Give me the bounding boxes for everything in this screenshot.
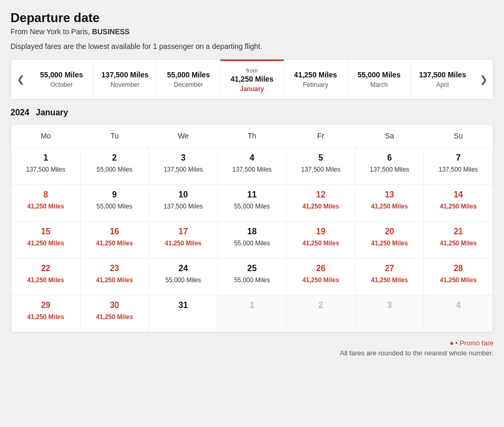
calendar-cell[interactable]: 2941,250 Miles (12, 295, 80, 332)
month-item-january[interactable]: from41,250 MilesJanuary (220, 59, 284, 99)
month-miles: 55,000 Miles (358, 71, 401, 79)
day-number: 17 (153, 227, 213, 236)
day-number: 3 (153, 153, 213, 163)
calendar-cell[interactable]: 1541,250 Miles (12, 222, 80, 259)
subtitle-class: BUSINESS (92, 27, 130, 36)
day-miles: 55,000 Miles (85, 203, 145, 210)
day-number: 22 (16, 264, 76, 273)
month-miles: 55,000 Miles (167, 71, 210, 79)
weekday-header: Tu (80, 124, 149, 148)
day-miles: 137,500 Miles (153, 203, 213, 210)
day-miles: 41,250 Miles (428, 203, 488, 210)
calendar-cell[interactable]: 2741,250 Miles (355, 259, 424, 295)
page-title: Departure date (11, 11, 493, 25)
calendar-cell: 3 (355, 295, 424, 332)
day-miles: 137,500 Miles (16, 166, 76, 173)
calendar-cell[interactable]: 2555,000 Miles (218, 259, 287, 295)
month-miles: 137,500 Miles (102, 71, 149, 79)
calendar-cell[interactable]: 10137,500 Miles (149, 185, 218, 222)
day-number: 13 (360, 190, 420, 200)
day-miles: 137,500 Miles (153, 166, 213, 173)
day-number: 21 (428, 227, 488, 236)
month-miles: 41,250 Miles (230, 75, 274, 83)
month-item-november[interactable]: 137,500 MilesNovember (94, 59, 157, 99)
day-miles: 41,250 Miles (360, 203, 420, 210)
calendar-cell[interactable]: 7137,500 Miles (424, 148, 493, 185)
day-miles: 137,500 Miles (360, 166, 420, 173)
day-number: 1 (16, 153, 76, 163)
month-miles: 137,500 Miles (419, 71, 466, 79)
calendar-cell[interactable]: 31 (149, 295, 218, 332)
calendar-cell[interactable]: 2341,250 Miles (80, 259, 149, 295)
calendar-cell[interactable]: 1641,250 Miles (80, 222, 149, 259)
page-container: Departure date From New York to Paris, B… (11, 11, 493, 357)
day-number: 30 (85, 301, 145, 310)
calendar-cell[interactable]: 6137,500 Miles (355, 148, 424, 185)
day-number: 2 (291, 301, 351, 310)
month-item-october[interactable]: 55,000 MilesOctober (30, 59, 94, 99)
day-miles: 55,000 Miles (222, 240, 282, 247)
month-item-march[interactable]: 55,000 MilesMarch (348, 59, 411, 99)
calendar-table: MoTuWeThFrSaSu 1137,500 Miles255,000 Mil… (11, 124, 493, 332)
calendar-row: 1137,500 Miles255,000 Miles3137,500 Mile… (12, 148, 493, 185)
month-label: October (51, 81, 73, 88)
calendar-cell[interactable]: 1155,000 Miles (218, 185, 287, 222)
day-number: 20 (360, 227, 420, 236)
calendar-cell[interactable]: 841,250 Miles (12, 185, 80, 222)
month-label: February (303, 81, 328, 88)
day-number: 19 (291, 227, 351, 236)
day-miles: 41,250 Miles (16, 203, 76, 210)
next-arrow-button[interactable]: ❯ (474, 59, 493, 99)
month-label: January (240, 85, 264, 93)
subtitle-prefix: From New York to Paris, (11, 27, 92, 36)
day-number: 3 (360, 301, 420, 310)
day-miles: 137,500 Miles (428, 166, 488, 173)
day-miles: 41,250 Miles (291, 276, 351, 284)
prev-arrow-button[interactable]: ❮ (11, 59, 30, 99)
calendar-cell[interactable]: 3041,250 Miles (80, 295, 149, 332)
day-number: 10 (153, 190, 213, 200)
day-miles: 41,250 Miles (85, 240, 145, 247)
calendar-cell[interactable]: 1241,250 Miles (286, 185, 355, 222)
weekday-header: We (149, 124, 218, 148)
day-number: 6 (360, 153, 420, 163)
calendar-cell[interactable]: 2041,250 Miles (355, 222, 424, 259)
calendar-cell[interactable]: 2841,250 Miles (424, 259, 493, 295)
month-item-april[interactable]: 137,500 MilesApril (411, 59, 474, 99)
calendar-cell[interactable]: 955,000 Miles (80, 185, 149, 222)
day-miles: 41,250 Miles (291, 240, 351, 247)
calendar-cell[interactable]: 4137,500 Miles (218, 148, 287, 185)
calendar-month: January (36, 108, 68, 117)
month-item-december[interactable]: 55,000 MilesDecember (157, 59, 220, 99)
day-number: 4 (428, 301, 488, 310)
month-label: November (110, 81, 139, 88)
calendar-cell: 2 (286, 295, 355, 332)
calendar-cell[interactable]: 2641,250 Miles (286, 259, 355, 295)
calendar-cell[interactable]: 1741,250 Miles (149, 222, 218, 259)
day-miles: 41,250 Miles (16, 313, 76, 321)
month-item-february[interactable]: 41,250 MilesFebruary (284, 59, 348, 99)
calendar-cell[interactable]: 255,000 Miles (80, 148, 149, 185)
calendar-cell: 1 (218, 295, 287, 332)
day-number: 18 (222, 227, 282, 236)
calendar-cell[interactable]: 1855,000 Miles (218, 222, 287, 259)
calendar-cell[interactable]: 5137,500 Miles (286, 148, 355, 185)
calendar-cell[interactable]: 2455,000 Miles (149, 259, 218, 295)
day-miles: 137,500 Miles (222, 166, 282, 173)
calendar-cell[interactable]: 1137,500 Miles (12, 148, 80, 185)
weekday-header: Fr (286, 124, 355, 148)
calendar-header: 2024 January (11, 108, 493, 117)
day-miles: 55,000 Miles (222, 203, 282, 210)
calendar-cell[interactable]: 2241,250 Miles (12, 259, 80, 295)
day-number: 11 (222, 190, 282, 200)
day-miles: 41,250 Miles (428, 276, 488, 284)
calendar-cell[interactable]: 1441,250 Miles (424, 185, 493, 222)
month-miles: 55,000 Miles (40, 71, 83, 79)
calendar-cell[interactable]: 1341,250 Miles (355, 185, 424, 222)
calendar-cell[interactable]: 1941,250 Miles (286, 222, 355, 259)
calendar-cell[interactable]: 2141,250 Miles (424, 222, 493, 259)
calendar-year: 2024 (11, 108, 29, 117)
promo-label: • Promo fare (456, 339, 493, 347)
calendar-cell[interactable]: 3137,500 Miles (149, 148, 218, 185)
month-carousel: ❮ 55,000 MilesOctober137,500 MilesNovemb… (11, 59, 493, 100)
